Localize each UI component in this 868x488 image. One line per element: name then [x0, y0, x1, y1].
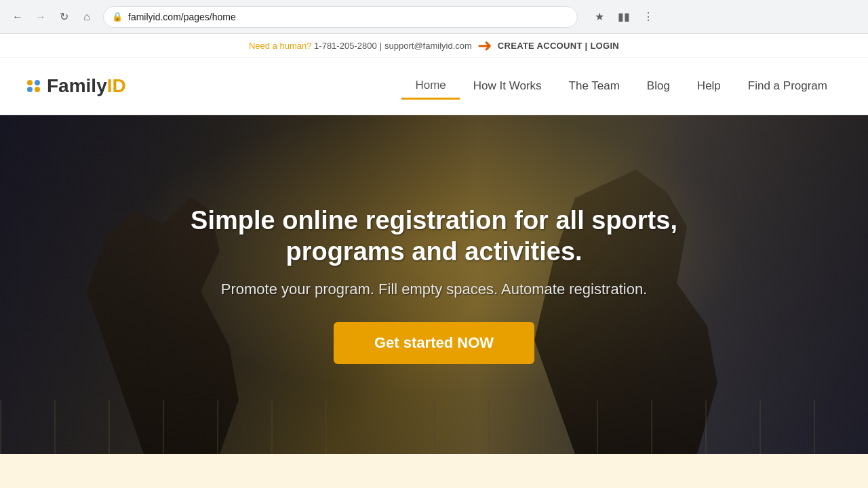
arrow-annotation: ➜	[477, 35, 492, 56]
create-account-login-link[interactable]: CREATE ACCOUNT | LOGIN	[498, 41, 619, 51]
address-bar[interactable]: 🔒 familyid.com/pages/home	[103, 6, 578, 28]
nav-home[interactable]: Home	[401, 73, 459, 100]
phone-number[interactable]: 1-781-205-2800	[311, 41, 376, 51]
nav-help[interactable]: Help	[684, 74, 734, 98]
logo-area[interactable]: FamilyID	[27, 75, 126, 97]
nav-buttons: ← → ↻ ⌂	[8, 7, 96, 26]
logo-dot-2	[35, 80, 40, 85]
get-started-button[interactable]: Get started NOW	[334, 322, 534, 364]
logo-text: FamilyID	[47, 75, 126, 97]
cast-button[interactable]: ▮▮	[614, 7, 633, 26]
logo-id-text: ID	[107, 75, 126, 96]
logo-dots-icon	[27, 80, 40, 92]
separator: |	[380, 41, 382, 51]
need-human-label: Need a human?	[249, 41, 312, 51]
main-nav: Home How It Works The Team Blog Help Fin…	[401, 73, 841, 100]
url-text: familyid.com/pages/home	[128, 12, 569, 22]
browser-right-icons: ★ ▮▮ ⋮	[590, 7, 658, 26]
nav-blog[interactable]: Blog	[633, 74, 684, 98]
hero-headline: Simple online registration for all sport…	[156, 205, 712, 267]
logo-dot-1	[27, 80, 33, 85]
home-button[interactable]: ⌂	[77, 7, 96, 26]
menu-button[interactable]: ⋮	[639, 7, 658, 26]
hero-section: Simple online registration for all sport…	[0, 115, 868, 454]
hero-subheadline: Promote your program. Fill empty spaces.…	[156, 281, 712, 298]
forward-button[interactable]: →	[31, 7, 50, 26]
back-button[interactable]: ←	[8, 7, 27, 26]
site-header: FamilyID Home How It Works The Team Blog…	[0, 58, 868, 115]
support-email[interactable]: support@familyid.com	[384, 41, 472, 51]
browser-chrome: ← → ↻ ⌂ 🔒 familyid.com/pages/home ★ ▮▮ ⋮	[0, 0, 868, 34]
top-bar: Need a human? 1-781-205-2800 | support@f…	[0, 34, 868, 58]
lock-icon: 🔒	[112, 12, 123, 22]
track-lines	[0, 400, 868, 454]
reload-button[interactable]: ↻	[54, 7, 73, 26]
nav-find-program[interactable]: Find a Program	[734, 74, 841, 98]
bookmark-button[interactable]: ★	[590, 7, 609, 26]
bottom-strip	[0, 454, 868, 488]
hero-content: Simple online registration for all sport…	[129, 205, 739, 364]
nav-the-team[interactable]: The Team	[555, 74, 633, 98]
logo-dot-3	[27, 87, 33, 92]
logo-dot-4	[35, 87, 40, 92]
nav-how-it-works[interactable]: How It Works	[460, 74, 555, 98]
